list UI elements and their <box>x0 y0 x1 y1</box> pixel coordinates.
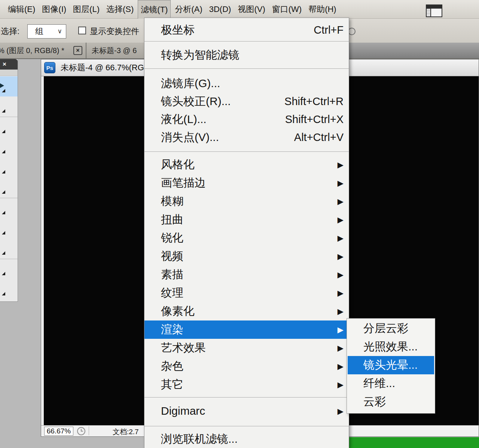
tab-title: 未标题-3 @ 6 <box>92 46 137 56</box>
tools-panel-top-strip <box>0 70 18 76</box>
menubar-item-3d[interactable]: 3D(D) <box>207 0 234 18</box>
filter-menu-item-filter-gallery[interactable]: 滤镜库(G)... <box>144 74 349 92</box>
filter-menu-item-texture[interactable]: 纹理▶ <box>144 284 349 302</box>
filter-menu-item-artistic[interactable]: 艺术效果▶ <box>144 339 349 357</box>
menubar-item-view[interactable]: 视图(V) <box>235 0 268 18</box>
filter-menu-item-video[interactable]: 视频▶ <box>144 247 349 266</box>
filter-menu-item-last-filter[interactable]: 极坐标Ctrl+F <box>144 19 349 41</box>
submenu-item-label: 云彩 <box>363 394 386 409</box>
photoshop-file-icon: Ps <box>44 62 55 73</box>
tool-group-corner-icon <box>2 130 5 133</box>
menubar-item-help[interactable]: 帮助(H) <box>306 0 339 18</box>
filter-menu-item-liquify[interactable]: 液化(L)...Shift+Ctrl+X <box>144 110 349 128</box>
menubar-item-analysis[interactable]: 分析(A) <box>172 0 205 18</box>
filter-menu-item-digimarc[interactable]: Digimarc▶ <box>144 401 349 421</box>
workspace-switcher-icon[interactable] <box>426 4 442 17</box>
render-submenu: 分层云彩光照效果...镜头光晕...纤维...云彩 <box>347 318 435 414</box>
tool-4-icon[interactable] <box>0 137 18 157</box>
submenu-arrow-icon: ▶ <box>338 252 344 260</box>
menubar-item-image[interactable]: 图像(I) <box>39 0 69 18</box>
background-green-bar <box>349 437 479 448</box>
menubar-item-filter[interactable]: 滤镜(T) <box>138 0 171 19</box>
tool-8-icon[interactable] <box>0 218 18 239</box>
document-tab-2[interactable]: 未标题-3 @ 6 <box>86 43 149 58</box>
close-icon[interactable]: × <box>3 61 6 68</box>
close-icon[interactable]: × <box>73 46 82 55</box>
status-zoom-field[interactable]: 66.67% <box>44 427 73 436</box>
filter-menu-item-browse-filters-online[interactable]: 浏览联机滤镜... <box>144 430 349 448</box>
menu-item-shortcut: Ctrl+F <box>314 24 344 36</box>
filter-menu-item-brush-strokes[interactable]: 画笔描边▶ <box>144 174 349 192</box>
show-transform-label: 显示变换控件 <box>90 26 139 37</box>
move-tool-icon[interactable] <box>0 76 18 96</box>
tool-7-icon[interactable] <box>0 198 18 218</box>
submenu-item-lighting-effects[interactable]: 光照效果... <box>347 338 435 356</box>
menu-item-label: 风格化 <box>161 157 195 172</box>
submenu-arrow-icon: ▶ <box>338 197 344 205</box>
workspace-icon-titlebar <box>427 5 442 9</box>
tool-9-icon[interactable] <box>0 239 18 259</box>
submenu-arrow-icon: ▶ <box>338 271 344 279</box>
menubar-item-layer[interactable]: 图层(L) <box>70 0 102 18</box>
document-size-info: 文档:2.7 <box>113 427 139 437</box>
menubar-item-select[interactable]: 选择(S) <box>104 0 136 18</box>
document-tab-1[interactable]: % (图层 0, RGB/8) * × <box>0 43 86 58</box>
tool-group-corner-icon <box>2 211 5 214</box>
submenu-item-label: 纤维... <box>363 376 395 391</box>
filter-menu-item-convert-smart-filters[interactable]: 转换为智能滤镜 <box>144 42 349 68</box>
tab-title: % (图层 0, RGB/8) * <box>0 46 64 56</box>
filter-menu-item-lens-correction[interactable]: 镜头校正(R)...Shift+Ctrl+R <box>144 92 349 110</box>
menu-item-label: 液化(L)... <box>161 112 207 127</box>
submenu-arrow-icon: ▶ <box>338 344 344 352</box>
filter-menu-item-blur[interactable]: 模糊▶ <box>144 192 349 211</box>
submenu-arrow-icon: ▶ <box>338 407 344 415</box>
tools-panel: × <box>0 59 18 302</box>
tool-10-icon[interactable] <box>0 259 18 279</box>
filter-menu-item-sharpen[interactable]: 锐化▶ <box>144 229 349 247</box>
filter-menu-item-pixelate[interactable]: 像素化▶ <box>144 302 349 320</box>
menu-item-label: 锐化 <box>161 230 183 246</box>
tool-group-corner-icon <box>2 231 5 234</box>
tool-2-icon[interactable] <box>0 96 18 117</box>
tool-6-icon[interactable] <box>0 178 18 198</box>
filter-menu-item-sketch[interactable]: 素描▶ <box>144 266 349 284</box>
menubar-item-window[interactable]: 窗口(W) <box>269 0 304 18</box>
auto-select-value: 组 <box>35 27 43 36</box>
filter-menu-item-distort[interactable]: 扭曲▶ <box>144 211 349 229</box>
filter-menu-item-other[interactable]: 其它▶ <box>144 375 349 394</box>
menu-item-label: 素描 <box>161 267 183 282</box>
document-title: 未标题-4 @ 66.7%(RGB <box>61 62 150 73</box>
menu-bar: 编辑(E)图像(I)图层(L)选择(S)滤镜(T)分析(A)3D(D)视图(V)… <box>0 0 479 19</box>
menu-item-label: 镜头校正(R)... <box>161 94 231 109</box>
submenu-arrow-icon: ▶ <box>338 362 344 370</box>
menubar-item-edit[interactable]: 编辑(E) <box>5 0 38 18</box>
tool-3-icon[interactable] <box>0 117 18 137</box>
submenu-item-clouds[interactable]: 云彩 <box>347 393 435 411</box>
menu-item-label: 滤镜库(G)... <box>161 76 220 91</box>
submenu-item-lens-flare[interactable]: 镜头光晕... <box>348 356 434 374</box>
filter-menu-item-vanishing-point[interactable]: 消失点(V)...Alt+Ctrl+V <box>144 128 349 146</box>
submenu-arrow-icon: ▶ <box>338 289 344 297</box>
timing-icon <box>77 427 85 435</box>
submenu-arrow-icon: ▶ <box>338 179 344 187</box>
submenu-item-fibers[interactable]: 纤维... <box>347 374 435 393</box>
menu-item-label: 转换为智能滤镜 <box>161 47 240 63</box>
submenu-arrow-icon: ▶ <box>338 161 344 169</box>
show-transform-checkbox[interactable] <box>78 27 86 34</box>
filter-menu-item-noise[interactable]: 杂色▶ <box>144 357 349 375</box>
menu-item-shortcut: Alt+Ctrl+V <box>294 131 344 144</box>
tool-group-corner-icon <box>2 190 5 194</box>
menu-item-label: 杂色 <box>161 359 183 374</box>
menu-item-label: 纹理 <box>161 285 183 301</box>
menu-item-label: Digimarc <box>161 405 205 417</box>
tool-11-icon[interactable] <box>0 279 18 300</box>
submenu-item-difference-clouds[interactable]: 分层云彩 <box>347 319 435 338</box>
menu-item-shortcut: Shift+Ctrl+R <box>284 95 344 108</box>
tool-5-icon[interactable] <box>0 157 18 178</box>
filter-menu-item-render[interactable]: 渲染▶ <box>144 320 349 339</box>
filter-menu-item-stylize[interactable]: 风格化▶ <box>144 156 349 174</box>
menu-item-label: 浏览联机滤镜... <box>161 432 238 447</box>
menu-item-label: 视频 <box>161 249 183 264</box>
auto-select-dropdown[interactable]: 组 ∨ <box>27 24 66 39</box>
submenu-arrow-icon: ▶ <box>338 307 344 315</box>
